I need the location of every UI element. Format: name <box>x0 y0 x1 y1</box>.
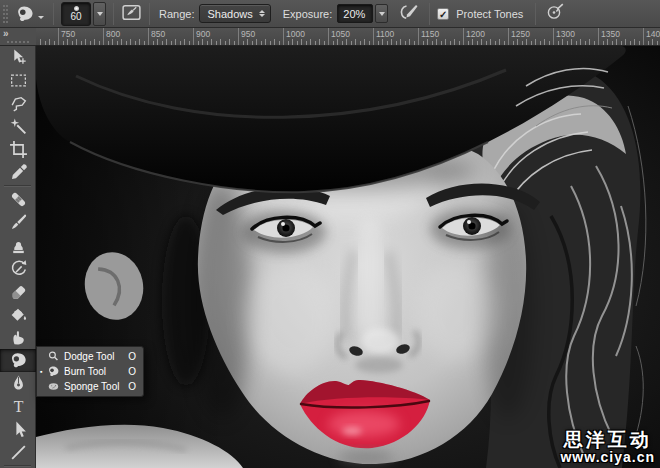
ruler-label: 1200 <box>466 29 485 39</box>
ruler-label: 1000 <box>286 29 305 39</box>
tool-clone-stamp[interactable] <box>0 234 36 257</box>
brush-size-dropdown-button[interactable] <box>93 2 106 26</box>
eyedropper-tool-icon <box>9 163 28 182</box>
range-select[interactable]: Shadows <box>199 4 270 23</box>
collapse-panel-icon[interactable]: » <box>3 28 8 39</box>
ruler-label: 1300 <box>556 29 575 39</box>
range-value: Shadows <box>207 8 252 20</box>
separator <box>149 3 150 25</box>
options-bar-grip[interactable] <box>3 5 8 23</box>
tool-flyout-list: Dodge ToolO▪Burn ToolOSponge ToolO <box>37 349 143 394</box>
magic-wand-tool-icon <box>9 117 28 136</box>
history-brush-tool-icon <box>9 259 28 278</box>
flyout-item-label: Burn Tool <box>64 366 128 377</box>
burn-tool-icon <box>14 4 36 24</box>
ruler-label: 1400 <box>646 29 660 39</box>
toggle-brush-panel-icon <box>121 3 142 22</box>
tool-flyout-menu: Dodge ToolO▪Burn ToolOSponge ToolO <box>36 346 144 397</box>
watermark-line1: 思洋互动 <box>560 429 655 450</box>
protect-tones-label: Protect Tones <box>456 8 523 20</box>
sponge-tool-icon <box>47 380 60 393</box>
airbrush-icon <box>398 3 420 21</box>
flyout-item-label: Dodge Tool <box>64 351 128 362</box>
ruler-label: 850 <box>151 29 165 39</box>
current-tool-bullet: ▪ <box>40 364 47 379</box>
watermark-line2: www.ciya.cn <box>560 450 655 465</box>
tool-pen[interactable] <box>0 372 36 395</box>
flyout-item-dodge-tool[interactable]: Dodge ToolO <box>37 349 143 364</box>
flyout-item-label: Sponge Tool <box>64 381 128 392</box>
brush-tool-icon <box>9 213 28 232</box>
exposure-value: 20% <box>343 8 365 20</box>
chevron-down-icon <box>97 12 103 16</box>
tool-burn[interactable] <box>0 349 36 372</box>
flyout-item-burn-tool[interactable]: ▪Burn ToolO <box>37 364 143 379</box>
ruler-label: 1250 <box>511 29 530 39</box>
flyout-item-shortcut: O <box>128 351 136 362</box>
tool-type[interactable]: T <box>0 395 36 418</box>
exposure-field[interactable]: 20% <box>337 4 373 23</box>
exposure-dropdown-button[interactable] <box>375 4 388 23</box>
crop-tool-icon <box>9 140 28 159</box>
toolbar: T <box>0 46 36 468</box>
tool-eyedropper[interactable] <box>0 161 36 184</box>
ruler-label: 800 <box>106 29 120 39</box>
chevron-down-icon <box>38 16 44 19</box>
ruler-label: 1100 <box>376 29 394 39</box>
line-tool-icon <box>9 443 28 462</box>
lasso-tool-icon <box>9 94 28 113</box>
eraser-tool-icon <box>9 282 28 301</box>
pen-tool-icon <box>9 374 28 393</box>
flyout-item-shortcut: O <box>128 381 136 392</box>
brush-size-picker[interactable]: 60 <box>61 2 91 26</box>
ruler-corner[interactable]: » <box>0 28 36 46</box>
tool-eraser[interactable] <box>0 280 36 303</box>
tool-brush[interactable] <box>0 211 36 234</box>
separator <box>535 3 536 25</box>
checkbox-icon: ✓ <box>437 8 449 20</box>
tool-magic-wand[interactable] <box>0 115 36 138</box>
smudge-tool-icon <box>9 328 28 347</box>
burn-tool-icon <box>9 351 28 370</box>
updown-arrows-icon <box>259 10 265 17</box>
protect-tones-checkbox[interactable]: ✓ Protect Tones <box>437 8 528 20</box>
watermark: 思洋互动 www.ciya.cn <box>560 429 655 465</box>
options-bar: 60 Range: Shadows Exposure: 20% ✓ Protec… <box>0 0 660 28</box>
brush-preview-dot-icon <box>74 6 79 11</box>
dodge-tool-icon <box>47 350 60 363</box>
ruler-label: 950 <box>241 29 255 39</box>
tool-preset-picker[interactable] <box>14 4 44 24</box>
flyout-item-shortcut: O <box>128 366 136 377</box>
ruler-label: 900 <box>196 29 210 39</box>
separator <box>53 3 54 25</box>
burn-tool-icon <box>47 365 60 378</box>
tool-crop[interactable] <box>0 138 36 161</box>
ruler-label: 1050 <box>331 29 350 39</box>
document-canvas[interactable] <box>36 46 660 468</box>
toolbar-separator <box>0 184 35 188</box>
toggle-brush-panel-button[interactable] <box>121 3 142 25</box>
tablet-pressure-button[interactable] <box>545 3 565 24</box>
ruler[interactable]: 7508008509009501000105011001150120012501… <box>36 28 660 46</box>
flyout-item-sponge-tool[interactable]: Sponge ToolO <box>37 379 143 394</box>
paint-bucket-tool-icon <box>9 305 28 324</box>
airbrush-button[interactable] <box>398 3 420 24</box>
separator <box>429 3 430 25</box>
tool-marquee[interactable] <box>0 69 36 92</box>
ruler-label: 1150 <box>421 29 439 39</box>
exposure-label: Exposure: <box>283 8 333 20</box>
tool-smudge[interactable] <box>0 326 36 349</box>
tool-path-select[interactable] <box>0 418 36 441</box>
tablet-pressure-icon <box>545 3 565 21</box>
tool-history-brush[interactable] <box>0 257 36 280</box>
tool-healing-brush[interactable] <box>0 188 36 211</box>
brush-size-value: 60 <box>70 12 81 22</box>
tool-line[interactable] <box>0 441 36 464</box>
ruler-label: 750 <box>61 29 75 39</box>
tool-lasso[interactable] <box>0 92 36 115</box>
svg-text:T: T <box>13 398 23 415</box>
type-tool-icon: T <box>9 397 28 416</box>
tool-paint-bucket[interactable] <box>0 303 36 326</box>
tool-move[interactable] <box>0 46 36 69</box>
path-select-tool-icon <box>9 420 28 439</box>
